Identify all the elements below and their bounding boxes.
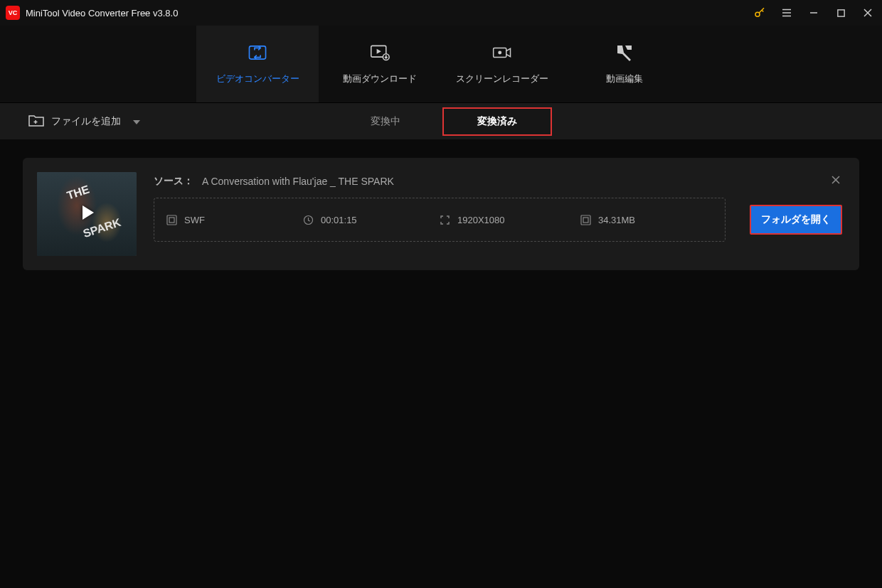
svg-marker-10	[377, 49, 381, 54]
status-tab-converted[interactable]: 変換済み	[442, 107, 552, 136]
source-label: ソース：	[154, 175, 193, 188]
status-tab-label: 変換中	[371, 115, 400, 128]
play-icon	[77, 203, 97, 225]
item-source-line: ソース： A Conversation with Flau'jae _ THE …	[154, 175, 726, 188]
add-file-button[interactable]: ファイルを追加	[28, 114, 141, 129]
add-file-icon	[28, 114, 44, 129]
svg-point-13	[498, 51, 501, 55]
converter-icon	[248, 43, 267, 63]
nav-label: スクリーンレコーダー	[456, 73, 548, 85]
detail-size-value: 34.31MB	[598, 215, 635, 225]
nav-label: 動画編集	[606, 73, 643, 85]
key-icon[interactable]	[753, 6, 767, 20]
tab-screen-recorder[interactable]: スクリーンレコーダー	[441, 26, 563, 102]
svg-marker-17	[83, 205, 94, 220]
expand-icon	[439, 214, 450, 225]
content-area: THE SPARK ソース： A Conversation with Flau'…	[0, 139, 882, 289]
detail-resolution: 1920X1080	[439, 214, 580, 225]
app-logo: VC	[6, 6, 20, 20]
toolbar: ファイルを追加 変換中 変換済み	[0, 102, 882, 139]
clock-icon	[302, 214, 314, 225]
svg-marker-16	[133, 120, 140, 124]
video-thumbnail[interactable]: THE SPARK	[37, 172, 137, 256]
maximize-button[interactable]	[834, 6, 848, 20]
tab-video-download[interactable]: 動画ダウンロード	[319, 26, 441, 102]
close-button[interactable]	[861, 6, 875, 20]
download-icon	[370, 43, 390, 63]
minimize-button[interactable]	[807, 6, 821, 20]
app-title: MiniTool Video Converter Free v3.8.0	[26, 8, 753, 18]
item-actions: フォルダを開く	[743, 172, 842, 235]
svg-rect-21	[581, 215, 590, 225]
remove-item-button[interactable]	[829, 173, 842, 186]
format-icon	[166, 214, 177, 225]
svg-rect-18	[167, 215, 176, 225]
detail-format: SWF	[166, 214, 302, 225]
window-controls	[753, 6, 875, 20]
tab-video-edit[interactable]: 動画編集	[563, 26, 686, 102]
svg-point-0	[755, 12, 760, 16]
tab-video-converter[interactable]: ビデオコンバーター	[196, 26, 319, 102]
converted-item: THE SPARK ソース： A Conversation with Flau'…	[23, 158, 859, 270]
item-body: ソース： A Conversation with Flau'jae _ THE …	[154, 172, 726, 242]
detail-format-value: SWF	[184, 215, 205, 225]
nav-label: ビデオコンバーター	[216, 73, 299, 85]
main-nav: ビデオコンバーター 動画ダウンロード スクリーンレコーダー	[0, 26, 882, 102]
chevron-down-icon	[132, 116, 141, 127]
edit-icon	[615, 43, 634, 63]
svg-rect-19	[169, 218, 174, 223]
nav-label: 動画ダウンロード	[343, 73, 417, 85]
detail-resolution-value: 1920X1080	[457, 215, 505, 225]
thumb-overlay-text: THE	[65, 183, 91, 202]
status-tab-converting[interactable]: 変換中	[329, 107, 442, 136]
source-filename: A Conversation with Flau'jae _ THE SPARK	[202, 176, 394, 187]
status-tabs: 変換中 変換済み	[329, 107, 552, 136]
detail-duration-value: 00:01:15	[321, 215, 357, 225]
status-tab-label: 変換済み	[477, 115, 517, 128]
recorder-icon	[492, 43, 512, 63]
svg-rect-22	[583, 218, 588, 223]
size-icon	[580, 214, 591, 225]
hamburger-menu-icon[interactable]	[780, 6, 794, 20]
open-folder-button[interactable]: フォルダを開く	[750, 205, 842, 235]
add-file-label: ファイルを追加	[51, 115, 121, 128]
detail-size: 34.31MB	[580, 214, 679, 225]
item-details-box: SWF 00:01:15 1920X1080	[154, 198, 726, 242]
detail-duration: 00:01:15	[302, 214, 439, 225]
svg-rect-5	[837, 9, 844, 16]
titlebar: VC MiniTool Video Converter Free v3.8.0	[0, 0, 882, 26]
